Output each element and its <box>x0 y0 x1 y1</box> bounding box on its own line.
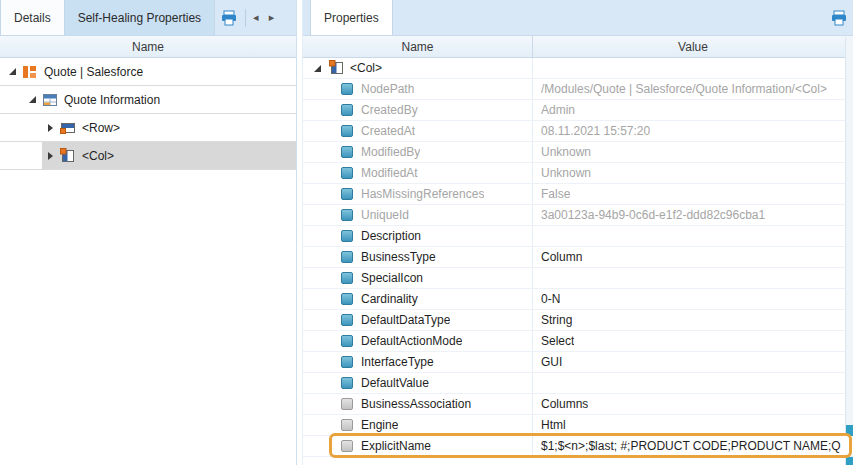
tree-item-label: Quote Information <box>64 93 160 107</box>
property-value: 3a00123a-94b9-0c6d-e1f2-ddd82c96cba1 <box>541 208 765 222</box>
property-value-cell[interactable]: /Modules/Quote | Salesforce/Quote Inform… <box>533 79 853 99</box>
property-row[interactable]: BusinessAssociation Columns <box>303 394 853 415</box>
column-header-name[interactable]: Name <box>0 36 296 57</box>
column-header-name[interactable]: Name <box>303 36 533 57</box>
column-icon <box>60 148 76 164</box>
property-row[interactable]: CreatedAt 08.11.2021 15:57:20 <box>303 121 853 142</box>
property-row[interactable]: HasMissingReferences False <box>303 184 853 205</box>
property-square-icon <box>341 377 353 389</box>
property-row[interactable]: ExplicitName $1;$<n>;$last; #;PRODUCT CO… <box>303 436 853 457</box>
property-name-cell: Cardinality <box>303 289 533 309</box>
expander-icon[interactable] <box>44 150 56 162</box>
property-name: CreatedAt <box>361 124 415 138</box>
tab-scroll-right-button[interactable]: ▸ <box>264 0 280 35</box>
property-row[interactable]: SpecialIcon <box>303 268 853 289</box>
vertical-scrollbar[interactable] <box>845 37 853 465</box>
property-value-cell[interactable]: $1;$<n>;$last; #;PRODUCT CODE;PRODUCT NA… <box>533 436 853 456</box>
property-name-cell: CreatedBy <box>303 100 533 120</box>
property-value-cell[interactable]: Unknown <box>533 142 853 162</box>
property-row[interactable]: BusinessType Column <box>303 247 853 268</box>
tree-item[interactable]: <Row> <box>0 114 296 142</box>
property-name: NodePath <box>361 82 414 96</box>
property-row[interactable]: DefaultValue <box>303 373 853 394</box>
column-header-value[interactable]: Value <box>533 36 853 57</box>
property-value-cell[interactable] <box>533 226 853 246</box>
property-square-icon <box>341 230 353 242</box>
property-row[interactable]: InterfaceType GUI <box>303 352 853 373</box>
property-value-cell[interactable]: 3a00123a-94b9-0c6d-e1f2-ddd82c96cba1 <box>533 205 853 225</box>
tab-self-healing-properties[interactable]: Self-Healing Properties <box>65 0 215 35</box>
property-name: BusinessType <box>361 250 436 264</box>
property-value: $1;$<n>;$last; #;PRODUCT CODE;PRODUCT NA… <box>541 439 841 453</box>
tabstrip-divider <box>245 9 246 27</box>
tree-item[interactable]: Quote | Salesforce <box>0 58 296 86</box>
tree-item-label: <Row> <box>82 121 120 135</box>
tree-item[interactable]: <Col> <box>0 142 296 170</box>
property-row[interactable]: Description <box>303 226 853 247</box>
property-value-cell[interactable]: 0-N <box>533 289 853 309</box>
property-value-cell[interactable] <box>533 373 853 393</box>
tabstrip-spacer <box>393 0 825 35</box>
property-value-cell[interactable]: Admin <box>533 100 853 120</box>
tab-properties[interactable]: Properties <box>310 0 393 35</box>
node-icon <box>60 148 76 164</box>
property-value-cell[interactable]: 08.11.2021 15:57:20 <box>533 121 853 141</box>
left-tabstrip: Details Self-Healing Properties ◂ ▸ <box>0 0 296 36</box>
open-in-window-button[interactable] <box>215 0 243 35</box>
property-row[interactable]: CreatedBy Admin <box>303 100 853 121</box>
property-name-cell: Description <box>303 226 533 246</box>
property-square-icon <box>341 356 353 368</box>
property-value: /Modules/Quote | Salesforce/Quote Inform… <box>541 82 827 96</box>
property-name-cell: BusinessAssociation <box>303 394 533 414</box>
property-value: Column <box>541 250 582 264</box>
property-value: Admin <box>541 103 575 117</box>
property-value-cell[interactable]: Unknown <box>533 163 853 183</box>
root-node-label: <Col> <box>350 61 382 75</box>
node-icon <box>22 64 38 80</box>
tab-scroll-left-button[interactable]: ◂ <box>248 0 264 35</box>
property-name: HasMissingReferences <box>361 187 484 201</box>
properties-grid: <Col> NodePath /Modules/Quote | Salesfor… <box>303 58 853 465</box>
property-row[interactable]: NodePath /Modules/Quote | Salesforce/Quo… <box>303 79 853 100</box>
property-value-cell[interactable]: GUI <box>533 352 853 372</box>
printer-icon <box>831 10 847 26</box>
property-row[interactable]: ModifiedBy Unknown <box>303 142 853 163</box>
property-square-icon <box>341 125 353 137</box>
expander-icon[interactable] <box>44 122 56 134</box>
property-value-cell[interactable] <box>533 268 853 288</box>
tree-column-header: Name <box>0 36 296 58</box>
property-name-cell: InterfaceType <box>303 352 533 372</box>
property-name-cell: SpecialIcon <box>303 268 533 288</box>
property-row[interactable]: Cardinality 0-N <box>303 289 853 310</box>
property-root-row[interactable]: <Col> <box>303 58 853 79</box>
tree-item-label: Quote | Salesforce <box>44 65 143 79</box>
property-name: ExplicitName <box>361 439 431 453</box>
property-row[interactable]: DefaultDataType String <box>303 310 853 331</box>
print-button[interactable] <box>825 0 853 35</box>
property-value-cell[interactable]: Html <box>533 415 853 435</box>
property-row[interactable]: DefaultActionMode Select <box>303 331 853 352</box>
root-value-cell[interactable] <box>533 58 853 78</box>
property-value-cell[interactable]: Column <box>533 247 853 267</box>
property-value: Select <box>541 334 574 348</box>
tree-item[interactable]: Quote Information <box>0 86 296 114</box>
property-square-icon <box>341 188 353 200</box>
property-square-icon <box>341 293 353 305</box>
property-row[interactable]: Engine Html <box>303 415 853 436</box>
property-row[interactable]: UniqueId 3a00123a-94b9-0c6d-e1f2-ddd82c9… <box>303 205 853 226</box>
properties-grid-header: Name Value <box>303 36 853 58</box>
property-name: Description <box>361 229 421 243</box>
property-value-cell[interactable]: False <box>533 184 853 204</box>
property-value: Unknown <box>541 166 591 180</box>
node-icon <box>329 60 345 76</box>
expander-icon[interactable] <box>26 94 38 106</box>
property-row[interactable]: ModifiedAt Unknown <box>303 163 853 184</box>
property-square-icon <box>341 167 353 179</box>
property-value-cell[interactable]: String <box>533 310 853 330</box>
tab-details[interactable]: Details <box>0 0 65 35</box>
expander-icon[interactable] <box>311 62 323 74</box>
property-value-cell[interactable]: Select <box>533 331 853 351</box>
property-value-cell[interactable]: Columns <box>533 394 853 414</box>
expander-icon[interactable] <box>6 66 18 78</box>
property-name: ModifiedBy <box>361 145 420 159</box>
